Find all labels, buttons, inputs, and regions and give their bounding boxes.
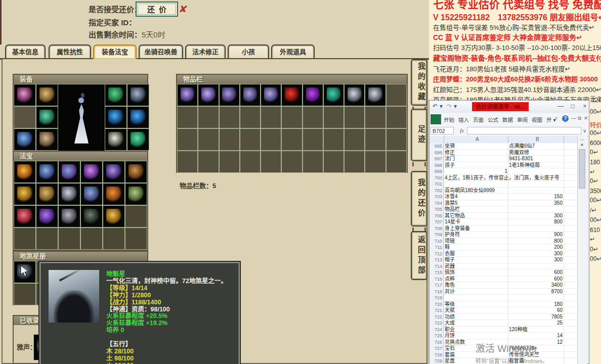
item-slot[interactable] <box>240 84 261 106</box>
row-number[interactable]: 724 <box>430 327 444 333</box>
item-slot[interactable] <box>198 106 219 128</box>
item-slot[interactable] <box>80 183 103 205</box>
spreadsheet-cell[interactable]: 角色 <box>445 282 507 289</box>
item-slot[interactable] <box>36 84 58 106</box>
row-number[interactable]: 720 <box>430 301 444 308</box>
item-slot[interactable] <box>219 151 240 173</box>
item-slot[interactable] <box>36 161 58 183</box>
counter-offer-button[interactable]: 还价 <box>136 2 178 17</box>
item-slot[interactable] <box>261 106 281 128</box>
row-number[interactable]: 714 <box>430 263 444 270</box>
item-slot[interactable] <box>14 106 36 128</box>
scrollbar-thumb[interactable] <box>579 149 585 189</box>
tab-2[interactable]: 属性抗性 <box>49 44 91 59</box>
item-slot[interactable] <box>281 151 302 173</box>
item-slot[interactable] <box>177 151 198 173</box>
item-slot[interactable] <box>36 205 58 228</box>
row-number[interactable]: 695 <box>430 143 444 150</box>
ribbon-tab-2[interactable]: 插入 <box>458 116 469 123</box>
redo-icon[interactable]: ↷ <box>447 103 452 110</box>
item-slot[interactable] <box>303 128 323 151</box>
row-number[interactable]: 719 <box>430 295 444 301</box>
spreadsheet-cell[interactable]: 其它物品 <box>445 213 507 219</box>
item-slot[interactable] <box>58 228 80 250</box>
file-tab[interactable] <box>431 114 441 124</box>
spreadsheet-cell[interactable]: 25 <box>509 320 563 327</box>
item-slot[interactable] <box>344 84 365 106</box>
spreadsheet-cell[interactable]: 月饼 <box>445 333 507 339</box>
spreadsheet-cell[interactable]: 帽子 <box>445 257 507 263</box>
spreadsheet-cell[interactable]: 200 <box>509 244 563 251</box>
item-slot[interactable] <box>80 161 103 183</box>
undo-icon[interactable]: ↶ <box>433 103 438 110</box>
item-slot[interactable] <box>344 106 365 128</box>
item-slot[interactable] <box>105 106 127 128</box>
row-number[interactable]: 710 <box>430 238 444 245</box>
spreadsheet-cell[interactable]: 佩饰 <box>445 269 507 276</box>
item-slot[interactable] <box>58 161 80 183</box>
spreadsheet-cell[interactable]: 1老1新神结局 <box>509 162 563 169</box>
row-number[interactable]: 722 <box>430 314 444 321</box>
item-slot[interactable] <box>281 84 302 106</box>
row-number[interactable]: 697 <box>430 156 444 162</box>
item-slot[interactable] <box>365 128 385 151</box>
item-slot[interactable] <box>219 128 240 151</box>
item-slot[interactable] <box>386 128 407 151</box>
item-slot[interactable] <box>125 183 147 205</box>
spreadsheet-cell[interactable]: 点满魔6仙7 <box>509 143 563 150</box>
row-number[interactable]: 700 <box>430 175 444 181</box>
row-number[interactable]: 704 <box>430 200 444 207</box>
item-slot[interactable] <box>303 151 323 173</box>
row-number[interactable]: 702 <box>430 188 444 194</box>
ribbon-tab-5[interactable]: 数据 <box>502 116 513 123</box>
ribbon-tab-7[interactable]: 视图 <box>532 116 542 123</box>
spreadsheet-cell[interactable]: 180 <box>509 301 563 308</box>
split-box[interactable]: — <box>579 137 585 142</box>
row-number[interactable]: 707 <box>430 219 444 225</box>
item-slot[interactable] <box>323 128 344 151</box>
item-slot[interactable] <box>261 84 281 106</box>
spreadsheet-cell[interactable]: 天赋 <box>445 307 507 314</box>
item-slot[interactable] <box>240 128 261 151</box>
row-number[interactable]: 716 <box>430 276 444 283</box>
side-tab-4[interactable]: 返回顶部 <box>411 231 427 280</box>
item-slot[interactable] <box>103 228 125 250</box>
spreadsheet-cell[interactable]: 300 <box>509 251 563 257</box>
spreadsheet-cell[interactable]: 物品栏 <box>445 206 507 213</box>
item-slot[interactable] <box>365 84 385 106</box>
spreadsheet-cell[interactable]: 150 <box>509 194 563 200</box>
item-slot[interactable] <box>240 151 261 173</box>
item-slot[interactable] <box>14 161 36 183</box>
row-number[interactable]: 706 <box>430 213 444 219</box>
ribbon-restore-icon[interactable]: ⧉ <box>578 115 581 121</box>
item-slot[interactable] <box>103 205 125 228</box>
dropdown-icon[interactable]: ▾ <box>454 103 457 110</box>
spreadsheet-cell[interactable]: 300 <box>509 257 563 263</box>
item-slot[interactable] <box>323 151 344 173</box>
spreadsheet-cell[interactable]: 男魔双修 <box>509 150 563 156</box>
item-slot[interactable] <box>58 205 80 228</box>
item-slot[interactable] <box>36 106 58 128</box>
row-number[interactable]: 713 <box>430 257 444 263</box>
tab-7[interactable]: 外观道具 <box>271 44 315 59</box>
item-slot[interactable] <box>240 106 261 128</box>
row-number[interactable]: 699 <box>430 168 444 175</box>
formula-input[interactable] <box>467 127 581 134</box>
row-number[interactable]: 723 <box>430 320 444 327</box>
row-number[interactable]: 712 <box>430 251 444 257</box>
spreadsheet-cell[interactable]: 护身符 <box>445 232 507 238</box>
spreadsheet-cell[interactable]: 等级 <box>445 301 507 308</box>
ribbon-tab-8[interactable]: 开 ▾ <box>546 116 556 123</box>
item-slot[interactable] <box>103 161 125 183</box>
item-slot[interactable] <box>177 84 198 106</box>
close-button[interactable]: × <box>579 102 590 111</box>
spreadsheet-cell[interactable] <box>445 181 507 188</box>
side-tab-1[interactable]: 我的收藏 <box>411 59 427 106</box>
ribbon-tab-4[interactable]: 公式 <box>488 116 498 123</box>
spreadsheet-cell[interactable] <box>509 206 563 213</box>
item-slot[interactable] <box>125 161 147 183</box>
item-slot[interactable] <box>323 84 344 106</box>
tab-5[interactable]: 法术修正 <box>185 44 226 59</box>
item-slot[interactable] <box>198 128 219 151</box>
item-slot[interactable] <box>323 106 344 128</box>
